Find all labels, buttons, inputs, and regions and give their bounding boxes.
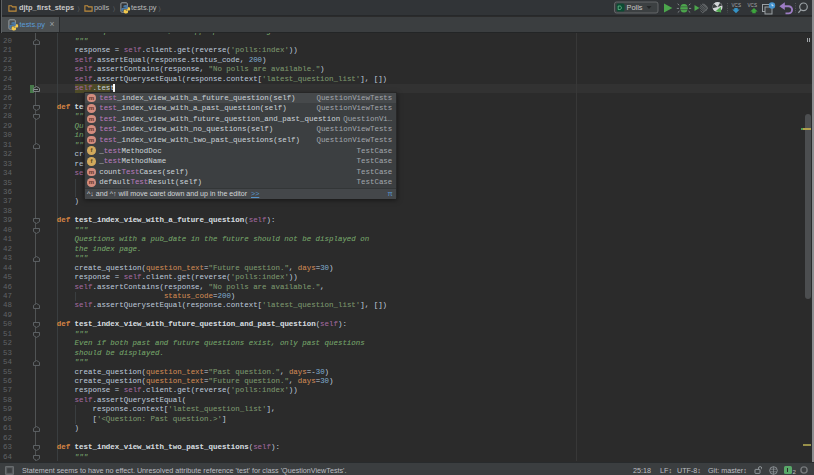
svg-text:Polls: Polls (627, 3, 643, 12)
svg-text:VCS: VCS (732, 3, 741, 8)
svg-text:VCS: VCS (748, 3, 757, 8)
